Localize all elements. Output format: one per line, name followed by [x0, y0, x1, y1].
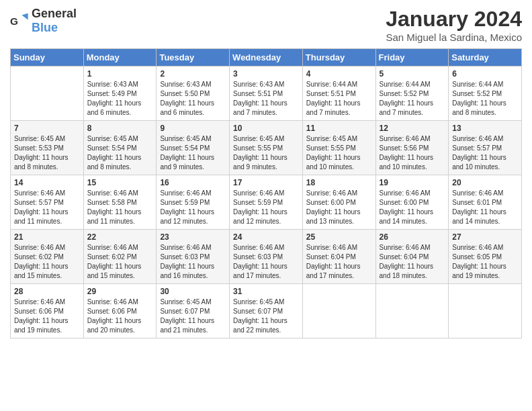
day-info: Sunrise: 6:45 AMSunset: 5:55 PMDaylight:…	[306, 134, 372, 172]
day-number: 10	[233, 124, 299, 133]
svg-text:G: G	[10, 15, 18, 27]
day-number: 5	[380, 69, 445, 79]
calendar-cell	[302, 284, 375, 338]
svg-marker-2	[22, 13, 28, 20]
calendar-week-3: 14Sunrise: 6:46 AMSunset: 5:57 PMDayligh…	[11, 175, 522, 230]
calendar-cell: 1Sunrise: 6:43 AMSunset: 5:49 PMDaylight…	[83, 66, 157, 121]
day-info: Sunrise: 6:46 AMSunset: 6:05 PMDaylight:…	[452, 243, 518, 281]
day-number: 9	[160, 124, 226, 133]
day-number: 18	[306, 178, 372, 187]
calendar-cell: 20Sunrise: 6:46 AMSunset: 6:01 PMDayligh…	[449, 175, 522, 230]
day-info: Sunrise: 6:45 AMSunset: 5:55 PMDaylight:…	[233, 134, 299, 172]
calendar-cell: 5Sunrise: 6:44 AMSunset: 5:52 PMDaylight…	[375, 66, 449, 121]
day-info: Sunrise: 6:46 AMSunset: 6:03 PMDaylight:…	[233, 243, 299, 281]
calendar-cell: 27Sunrise: 6:46 AMSunset: 6:05 PMDayligh…	[449, 230, 522, 284]
day-number: 30	[160, 287, 226, 296]
calendar-cell: 3Sunrise: 6:43 AMSunset: 5:51 PMDaylight…	[230, 66, 303, 121]
calendar-week-1: 1Sunrise: 6:43 AMSunset: 5:49 PMDaylight…	[11, 66, 522, 121]
calendar-week-4: 21Sunrise: 6:46 AMSunset: 6:02 PMDayligh…	[11, 230, 522, 284]
day-info: Sunrise: 6:46 AMSunset: 6:04 PMDaylight:…	[380, 243, 445, 281]
day-info: Sunrise: 6:45 AMSunset: 5:54 PMDaylight:…	[87, 134, 153, 172]
day-number: 8	[87, 124, 153, 133]
calendar-cell: 16Sunrise: 6:46 AMSunset: 5:59 PMDayligh…	[157, 175, 230, 230]
calendar-cell: 14Sunrise: 6:46 AMSunset: 5:57 PMDayligh…	[11, 175, 84, 230]
day-number: 24	[233, 232, 299, 242]
day-number: 16	[160, 178, 226, 187]
day-info: Sunrise: 6:44 AMSunset: 5:52 PMDaylight:…	[380, 80, 445, 118]
calendar-cell: 13Sunrise: 6:46 AMSunset: 5:57 PMDayligh…	[449, 121, 522, 175]
day-number: 17	[233, 178, 299, 187]
day-info: Sunrise: 6:46 AMSunset: 6:00 PMDaylight:…	[380, 189, 445, 226]
day-number: 29	[87, 287, 153, 296]
calendar-cell: 31Sunrise: 6:45 AMSunset: 6:07 PMDayligh…	[230, 284, 303, 338]
logo-icon: G	[10, 11, 29, 30]
calendar-cell	[11, 66, 84, 121]
calendar-cell: 10Sunrise: 6:45 AMSunset: 5:55 PMDayligh…	[230, 121, 303, 175]
month-title: January 2024	[386, 7, 522, 32]
day-info: Sunrise: 6:44 AMSunset: 5:51 PMDaylight:…	[306, 80, 372, 118]
day-number: 1	[87, 69, 153, 79]
day-number: 13	[452, 124, 518, 133]
day-number: 2	[160, 69, 226, 79]
calendar-cell: 19Sunrise: 6:46 AMSunset: 6:00 PMDayligh…	[375, 175, 449, 230]
calendar-cell: 7Sunrise: 6:45 AMSunset: 5:53 PMDaylight…	[11, 121, 84, 175]
day-info: Sunrise: 6:46 AMSunset: 5:56 PMDaylight:…	[380, 134, 445, 172]
calendar-cell: 21Sunrise: 6:46 AMSunset: 6:02 PMDayligh…	[11, 230, 84, 284]
day-number: 14	[14, 178, 80, 187]
calendar-cell: 6Sunrise: 6:44 AMSunset: 5:52 PMDaylight…	[449, 66, 522, 121]
day-info: Sunrise: 6:46 AMSunset: 5:57 PMDaylight:…	[14, 189, 80, 226]
day-info: Sunrise: 6:43 AMSunset: 5:50 PMDaylight:…	[160, 80, 226, 118]
day-info: Sunrise: 6:45 AMSunset: 6:07 PMDaylight:…	[160, 298, 226, 335]
day-info: Sunrise: 6:45 AMSunset: 5:54 PMDaylight:…	[160, 134, 226, 172]
location-title: San Miguel la Sardina, Mexico	[386, 32, 522, 43]
day-info: Sunrise: 6:43 AMSunset: 5:49 PMDaylight:…	[87, 80, 153, 118]
day-number: 3	[233, 69, 299, 79]
calendar-cell: 11Sunrise: 6:45 AMSunset: 5:55 PMDayligh…	[302, 121, 375, 175]
day-info: Sunrise: 6:45 AMSunset: 5:53 PMDaylight:…	[14, 134, 80, 172]
calendar-cell: 15Sunrise: 6:46 AMSunset: 5:58 PMDayligh…	[83, 175, 157, 230]
day-number: 12	[380, 124, 445, 133]
calendar-cell: 8Sunrise: 6:45 AMSunset: 5:54 PMDaylight…	[83, 121, 157, 175]
calendar-cell: 2Sunrise: 6:43 AMSunset: 5:50 PMDaylight…	[157, 66, 230, 121]
calendar-cell: 18Sunrise: 6:46 AMSunset: 6:00 PMDayligh…	[302, 175, 375, 230]
col-monday: Monday	[83, 49, 157, 66]
calendar-cell: 30Sunrise: 6:45 AMSunset: 6:07 PMDayligh…	[157, 284, 230, 338]
calendar-week-5: 28Sunrise: 6:46 AMSunset: 6:06 PMDayligh…	[11, 284, 522, 338]
day-info: Sunrise: 6:46 AMSunset: 5:57 PMDaylight:…	[452, 134, 518, 172]
day-info: Sunrise: 6:46 AMSunset: 5:58 PMDaylight:…	[87, 189, 153, 226]
logo-blue: Blue	[32, 21, 58, 34]
calendar-cell: 29Sunrise: 6:46 AMSunset: 6:06 PMDayligh…	[83, 284, 157, 338]
calendar-cell: 4Sunrise: 6:44 AMSunset: 5:51 PMDaylight…	[302, 66, 375, 121]
calendar-cell: 25Sunrise: 6:46 AMSunset: 6:04 PMDayligh…	[302, 230, 375, 284]
page-header: G General Blue January 2024 San Miguel l…	[10, 7, 522, 43]
day-info: Sunrise: 6:44 AMSunset: 5:52 PMDaylight:…	[452, 80, 518, 118]
calendar-cell: 9Sunrise: 6:45 AMSunset: 5:54 PMDaylight…	[157, 121, 230, 175]
col-wednesday: Wednesday	[230, 49, 303, 66]
day-info: Sunrise: 6:46 AMSunset: 6:04 PMDaylight:…	[306, 243, 372, 281]
day-info: Sunrise: 6:46 AMSunset: 6:03 PMDaylight:…	[160, 243, 226, 281]
day-number: 21	[14, 232, 80, 242]
day-info: Sunrise: 6:45 AMSunset: 6:07 PMDaylight:…	[233, 298, 299, 335]
day-number: 19	[380, 178, 445, 187]
calendar-week-2: 7Sunrise: 6:45 AMSunset: 5:53 PMDaylight…	[11, 121, 522, 175]
day-number: 7	[14, 124, 80, 133]
calendar-cell: 12Sunrise: 6:46 AMSunset: 5:56 PMDayligh…	[375, 121, 449, 175]
title-block: January 2024 San Miguel la Sardina, Mexi…	[386, 7, 522, 43]
day-info: Sunrise: 6:46 AMSunset: 6:06 PMDaylight:…	[87, 298, 153, 335]
day-number: 20	[452, 178, 518, 187]
calendar-cell: 17Sunrise: 6:46 AMSunset: 5:59 PMDayligh…	[230, 175, 303, 230]
col-saturday: Saturday	[449, 49, 522, 66]
day-info: Sunrise: 6:46 AMSunset: 6:02 PMDaylight:…	[87, 243, 153, 281]
day-info: Sunrise: 6:43 AMSunset: 5:51 PMDaylight:…	[233, 80, 299, 118]
day-info: Sunrise: 6:46 AMSunset: 5:59 PMDaylight:…	[233, 189, 299, 226]
calendar-cell: 28Sunrise: 6:46 AMSunset: 6:06 PMDayligh…	[11, 284, 84, 338]
col-friday: Friday	[375, 49, 449, 66]
calendar-cell: 26Sunrise: 6:46 AMSunset: 6:04 PMDayligh…	[375, 230, 449, 284]
day-info: Sunrise: 6:46 AMSunset: 6:00 PMDaylight:…	[306, 189, 372, 226]
col-thursday: Thursday	[302, 49, 375, 66]
day-info: Sunrise: 6:46 AMSunset: 5:59 PMDaylight:…	[160, 189, 226, 226]
calendar-cell: 23Sunrise: 6:46 AMSunset: 6:03 PMDayligh…	[157, 230, 230, 284]
day-number: 31	[233, 287, 299, 296]
day-number: 25	[306, 232, 372, 242]
day-number: 22	[87, 232, 153, 242]
